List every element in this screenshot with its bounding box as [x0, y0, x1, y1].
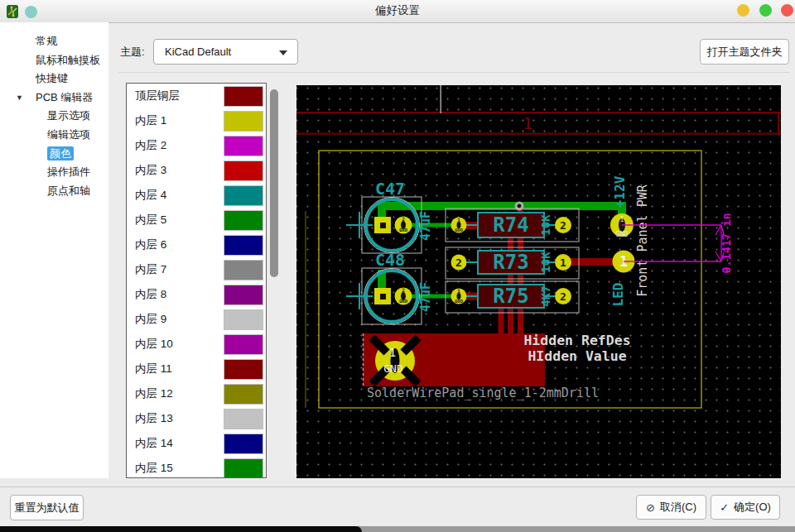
layer-row[interactable]: 内层 9	[127, 307, 266, 332]
layer-color-swatch[interactable]	[224, 310, 263, 329]
layer-color-swatch[interactable]	[224, 137, 263, 156]
pad-net: GND	[399, 228, 408, 232]
pcb-color-preview: 1 C47 2 GND 47uF C48	[296, 85, 781, 478]
sidebar-item-label: 操作插件	[47, 165, 90, 178]
resistors: R74 R73 R75 1 GND 2 1 GND 2 1 2 10K 10K …	[446, 208, 579, 313]
sidebar-item-颜色[interactable]: 颜色	[0, 145, 108, 164]
sidebar-item-label: 显示选项	[47, 109, 90, 122]
layer-row[interactable]: 内层 14	[127, 431, 266, 456]
sidebar-item-鼠标和触摸板[interactable]: 鼠标和触摸板	[0, 51, 108, 70]
layer-row[interactable]: 内层 6	[127, 232, 266, 257]
refdes-label: R74	[493, 213, 528, 237]
net-label-front-panel: Front Panel PWR	[635, 184, 650, 296]
sidebar-item-label: 常规	[36, 35, 57, 47]
sidebar-item-快捷键[interactable]: 快捷键	[0, 69, 108, 89]
layer-name: 内层 15	[135, 456, 173, 478]
sidebar-item-label: 颜色	[47, 146, 74, 161]
cancel-icon: ⊘	[646, 501, 655, 514]
layer-color-list: 顶层铜层内层 1内层 2内层 3内层 4内层 5内层 6内层 7内层 8内层 9…	[126, 83, 267, 478]
cancel-button[interactable]: ⊘ 取消(C)	[636, 495, 706, 520]
layer-color-swatch[interactable]	[224, 186, 263, 205]
open-theme-folder-button[interactable]: 打开主题文件夹	[700, 39, 789, 65]
divider	[0, 486, 795, 487]
layer-color-swatch[interactable]	[224, 285, 263, 304]
pad-net: GND	[615, 230, 628, 238]
layer-name: 内层 14	[135, 431, 173, 456]
layer-row[interactable]: 顶层铜层	[127, 84, 266, 108]
layer-color-swatch[interactable]	[224, 112, 263, 131]
component-c48: C48 2 GND 47uF	[346, 250, 433, 324]
pcb-preview-svg: 1 C47 2 GND 47uF C48	[296, 85, 781, 478]
desktop-dark-bar	[0, 526, 362, 532]
layer-name: 内层 8	[135, 282, 166, 307]
layer-row[interactable]: 内层 3	[127, 158, 266, 183]
sidebar-item-label: 快捷键	[36, 72, 68, 84]
layer-row[interactable]: 内层 13	[127, 406, 266, 431]
layer-color-swatch[interactable]	[224, 434, 263, 453]
pad-number: 1	[457, 217, 460, 223]
document-dot-icon	[25, 6, 37, 18]
sheet-border: 1	[296, 112, 781, 135]
check-icon: ✓	[720, 501, 729, 514]
pad-number: 2	[560, 290, 566, 303]
pad-number: 2	[402, 287, 405, 293]
layer-color-swatch[interactable]	[224, 161, 263, 180]
scrollbar-thumb[interactable]	[270, 89, 278, 277]
layer-color-swatch[interactable]	[224, 360, 263, 379]
sidebar-item-label: 原点和轴	[47, 185, 90, 197]
layer-row[interactable]: 内层 15	[127, 456, 266, 478]
refdes-label: C48	[375, 250, 405, 270]
layer-name: 内层 3	[135, 158, 166, 183]
layer-color-swatch[interactable]	[224, 335, 263, 354]
layer-row[interactable]: 内层 10	[127, 332, 266, 357]
layer-row[interactable]: 内层 8	[127, 282, 266, 307]
layer-row[interactable]: 内层 11	[127, 357, 266, 381]
minimize-button[interactable]	[737, 4, 749, 17]
hidden-value-text: HIdden Value	[528, 348, 626, 364]
layer-name: 内层 7	[135, 257, 166, 282]
sidebar-item-操作插件[interactable]: 操作插件	[0, 163, 108, 182]
layer-color-swatch[interactable]	[224, 459, 263, 478]
sidebar-item-显示选项[interactable]: 显示选项	[0, 107, 108, 126]
layer-row[interactable]: 内层 1	[127, 108, 266, 133]
sidebar-item-原点和轴[interactable]: 原点和轴	[0, 182, 108, 201]
pad-number: 1	[457, 288, 460, 294]
net-label-12v: +12V	[612, 175, 628, 208]
layer-row[interactable]: 内层 12	[127, 381, 266, 406]
sidebar-item-编辑选项[interactable]: 编辑选项	[0, 126, 108, 145]
close-button[interactable]	[781, 4, 793, 17]
pad-number: 2	[455, 256, 462, 269]
layer-row[interactable]: 内层 7	[127, 257, 266, 282]
ok-button[interactable]: ✓ 确定(O)	[711, 495, 780, 520]
theme-dropdown[interactable]: KiCad Default	[153, 39, 298, 65]
pad-net: GND	[455, 299, 464, 304]
pad-number: 1	[389, 346, 396, 359]
layer-name: 内层 13	[135, 406, 173, 431]
sidebar-item-常规[interactable]: 常规	[0, 32, 108, 51]
preferences-nav-tree: 常规鼠标和触摸板快捷键▼PCB 编辑器显示选项编辑选项颜色操作插件原点和轴	[0, 22, 108, 478]
hidden-refdes-text: Hidden RefDes	[523, 333, 630, 348]
cursor-line	[441, 85, 441, 113]
layer-color-swatch[interactable]	[224, 261, 263, 280]
layer-row[interactable]: 内层 2	[127, 133, 266, 158]
layer-color-swatch[interactable]	[224, 410, 263, 429]
sidebar-item-PCB 编辑器[interactable]: ▼PCB 编辑器	[0, 89, 108, 108]
theme-label: 主题:	[120, 45, 145, 60]
layer-row[interactable]: 内层 4	[127, 183, 266, 208]
net-label-led: LED	[610, 283, 626, 307]
maximize-button[interactable]	[759, 4, 772, 17]
layer-row[interactable]: 内层 5	[127, 208, 266, 232]
layer-color-swatch[interactable]	[224, 385, 263, 404]
pad-net: GND	[455, 228, 464, 232]
layer-color-swatch[interactable]	[224, 236, 263, 255]
refdes-label: R73	[493, 251, 528, 274]
layer-name: 顶层铜层	[135, 84, 180, 108]
pad-net: GND	[399, 299, 408, 304]
expander-triangle-icon[interactable]: ▼	[16, 89, 23, 108]
value-label: 47uF	[418, 282, 433, 312]
refdes-label: C47	[375, 179, 405, 199]
theme-dropdown-value: KiCad Default	[165, 46, 231, 58]
reset-to-defaults-button[interactable]: 重置为默认值	[10, 495, 84, 520]
layer-color-swatch[interactable]	[224, 87, 263, 106]
layer-color-swatch[interactable]	[224, 211, 263, 230]
